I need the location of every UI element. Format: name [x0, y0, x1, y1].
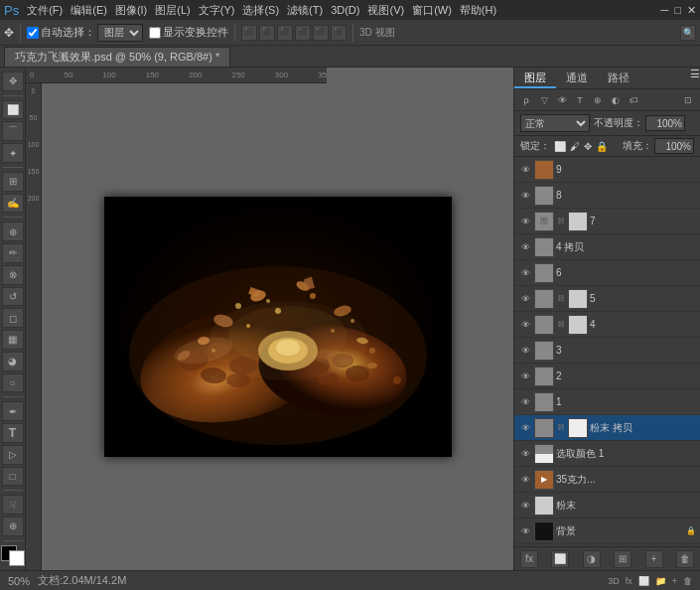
menu-image[interactable]: 图像(I) [115, 3, 147, 18]
gradient-tool[interactable]: ▦ [2, 330, 24, 350]
lock-image-icon[interactable]: 🖌 [570, 141, 580, 152]
color-filter[interactable]: 🏷 [626, 92, 641, 108]
window-maximize[interactable]: □ [674, 4, 681, 17]
add-mask-btn[interactable]: ⬜ [551, 550, 569, 568]
history-brush[interactable]: ↺ [2, 287, 24, 307]
marquee-tool[interactable]: ⬜ [2, 100, 24, 120]
align-top-icon[interactable]: ⬛ [295, 25, 311, 41]
crop-tool[interactable]: ⊞ [2, 172, 24, 192]
delete-layer-btn[interactable]: 🗑 [676, 550, 694, 568]
panel-menu-btn[interactable]: ☰ [690, 68, 700, 88]
new-layer-btn[interactable]: + [645, 550, 663, 568]
smart-filter[interactable]: ⊡ [680, 92, 696, 108]
tab-channels[interactable]: 通道 [556, 68, 598, 88]
zoom-tool[interactable]: ⊕ [2, 516, 24, 536]
layer-item[interactable]: 👁 ⛓ 5 [514, 286, 700, 312]
layer-eye-icon[interactable]: 👁 [518, 473, 532, 487]
layer-eye-icon[interactable]: 👁 [518, 447, 532, 461]
auto-select-dropdown[interactable]: 图层 [97, 24, 143, 42]
layer-eye-icon[interactable]: 👁 [518, 524, 532, 538]
delete-icon[interactable]: 🗑 [683, 576, 692, 586]
menu-filter[interactable]: 滤镜(T) [287, 3, 323, 18]
lock-all-icon[interactable]: 🔒 [596, 141, 608, 152]
layer-item[interactable]: 👁 ⛓ 4 [514, 312, 700, 338]
layer-eye-icon[interactable]: 👁 [518, 189, 532, 203]
quick-select-tool[interactable]: ✦ [2, 143, 24, 163]
lock-transparent-icon[interactable]: ⬜ [554, 141, 566, 152]
healing-tool[interactable]: ⊕ [2, 221, 24, 241]
menu-select[interactable]: 选择(S) [242, 3, 279, 18]
search-btn[interactable]: 🔍 [680, 25, 696, 41]
group-layers-btn[interactable]: ⊞ [614, 550, 631, 568]
hand-tool[interactable]: ☟ [2, 495, 24, 515]
shape-tool[interactable]: □ [2, 467, 24, 487]
layer-eye-icon[interactable]: 👁 [518, 163, 532, 177]
menu-3d[interactable]: 3D(D) [331, 4, 359, 16]
layer-eye-icon[interactable]: 👁 [518, 318, 532, 332]
filter-icon[interactable]: ρ [518, 92, 534, 108]
layers-list[interactable]: 👁 9 👁 8 👁 图 ⛓ 7 👁 4 拷贝 [514, 157, 700, 546]
new-icon[interactable]: + [672, 576, 677, 586]
align-bottom-icon[interactable]: ⬛ [331, 25, 347, 41]
dodge-tool[interactable]: ○ [2, 373, 24, 393]
document-tab[interactable]: 巧克力飞溅效果.psd @ 50% (9, RGB/8#) * [4, 47, 230, 67]
layer-item[interactable]: 👁 粉末 [514, 493, 700, 518]
visibility-filter[interactable]: 👁 [554, 92, 570, 108]
layer-item[interactable]: 👁 4 拷贝 [514, 234, 700, 260]
background-color[interactable] [9, 550, 25, 566]
folder-icon[interactable]: 📁 [655, 576, 666, 586]
adjustment-layer-btn[interactable]: ◑ [583, 550, 601, 568]
layer-eye-icon[interactable]: 👁 [518, 499, 532, 513]
menu-edit[interactable]: 编辑(E) [70, 3, 107, 18]
text-tool[interactable]: T [2, 423, 24, 443]
mask-icon[interactable]: ⬜ [638, 576, 649, 586]
3d-icon[interactable]: 3D [608, 576, 620, 586]
tab-paths[interactable]: 路径 [598, 68, 639, 88]
move-tool[interactable]: ✥ [2, 72, 24, 91]
layer-item[interactable]: 👁 3 [514, 338, 700, 364]
eraser-tool[interactable]: ◻ [2, 308, 24, 328]
layer-item[interactable]: 👁 选取颜色 1 [514, 441, 700, 467]
layer-eye-icon[interactable]: 👁 [518, 369, 532, 383]
layer-fx-btn[interactable]: fx [520, 550, 538, 568]
layer-item[interactable]: 👁 9 [514, 157, 700, 183]
layer-item[interactable]: 👁 1 [514, 389, 700, 415]
blend-mode-select[interactable]: 正常 [520, 114, 590, 132]
fill-input[interactable] [654, 138, 694, 154]
window-close[interactable]: ✕ [687, 4, 696, 17]
layer-eye-icon[interactable]: 👁 [518, 292, 532, 306]
type-filter[interactable]: T [572, 92, 588, 108]
align-center-icon[interactable]: ⬛ [259, 25, 275, 41]
blur-tool[interactable]: ◕ [2, 352, 24, 371]
menu-help[interactable]: 帮助(H) [460, 3, 496, 18]
menu-view[interactable]: 视图(V) [367, 3, 404, 18]
pen-tool[interactable]: ✒ [2, 401, 24, 421]
layer-item[interactable]: 👁 6 [514, 260, 700, 286]
menu-window[interactable]: 窗口(W) [412, 3, 452, 18]
eyedropper-tool[interactable]: ✍ [2, 194, 24, 214]
layer-item[interactable]: 👁 8 [514, 183, 700, 209]
layer-item-selected[interactable]: 👁 ⛓ 粉末 拷贝 [514, 415, 700, 441]
align-left-icon[interactable]: ⬛ [241, 25, 257, 41]
tab-layers[interactable]: 图层 [514, 68, 556, 88]
brush-tool[interactable]: ✏ [2, 243, 24, 263]
lasso-tool[interactable]: ⌒ [2, 121, 24, 141]
align-middle-icon[interactable]: ⬛ [313, 25, 329, 41]
align-right-icon[interactable]: ⬛ [277, 25, 293, 41]
layer-eye-icon[interactable]: 👁 [518, 240, 532, 254]
show-controls-checkbox[interactable] [149, 27, 161, 39]
menu-file[interactable]: 文件(F) [27, 3, 63, 18]
layer-item[interactable]: 👁 2 [514, 364, 700, 389]
auto-select-checkbox[interactable] [27, 27, 39, 39]
layer-eye-icon[interactable]: 👁 [518, 215, 532, 228]
fx-icon[interactable]: fx [626, 576, 632, 586]
menu-text[interactable]: 文字(Y) [199, 3, 235, 18]
opacity-input[interactable] [645, 115, 685, 131]
lock-position-icon[interactable]: ✥ [584, 141, 592, 152]
menu-layer[interactable]: 图层(L) [155, 3, 190, 18]
layer-eye-icon[interactable]: 👁 [518, 395, 532, 409]
effect-filter[interactable]: ⊕ [590, 92, 606, 108]
layer-eye-icon[interactable]: 👁 [518, 421, 532, 435]
layer-eye-icon[interactable]: 👁 [518, 266, 532, 280]
layer-eye-icon[interactable]: 👁 [518, 344, 532, 358]
